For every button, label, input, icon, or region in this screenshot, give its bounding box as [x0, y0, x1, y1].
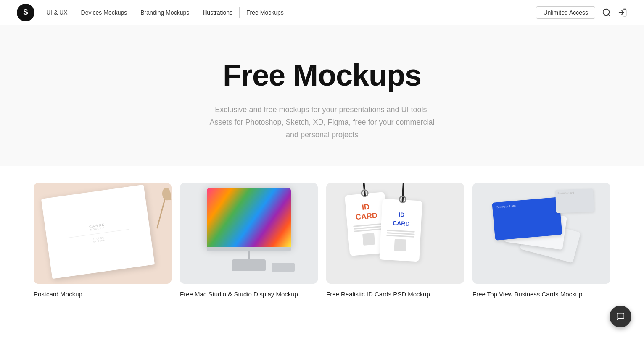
- biz-card-bg1: Business Card: [555, 189, 594, 213]
- mockup-title-mac: Free Mac Studio & Studio Display Mockup: [180, 290, 318, 298]
- login-button[interactable]: [618, 8, 627, 17]
- mockup-image-postcard: CARDS MOCK·UP CARDS MOCKUP: [34, 183, 172, 284]
- mockup-title-idcards: Free Realistic ID Cards PSD Mockup: [326, 290, 464, 298]
- svg-point-5: [621, 316, 622, 316]
- biz-card-blue: Business Card: [492, 197, 562, 241]
- mockup-image-bizcards: Business Card Business Card Business Car…: [472, 183, 610, 284]
- mockup-card-postcard[interactable]: CARDS MOCK·UP CARDS MOCKUP Postcard Mock…: [29, 183, 176, 298]
- navbar: S UI & UX Devices Mockups Branding Mocku…: [0, 0, 644, 25]
- nav-item-devices-mockups[interactable]: Devices Mockups: [81, 9, 127, 16]
- monitor-chin: [207, 247, 291, 251]
- id-lines-left: [353, 223, 382, 232]
- id-lines-right: [386, 230, 414, 237]
- id-text-card-left: CARD: [355, 211, 378, 222]
- postcard-inner: CARDS MOCK·UP CARDS MOCKUP: [41, 185, 155, 279]
- postcard-stem: [156, 188, 169, 229]
- mockup-card-business-cards[interactable]: Business Card Business Card Business Car…: [468, 183, 615, 298]
- nav-right: Unlimited Access: [536, 6, 627, 19]
- mockup-image-idcards: ID CARD ID CARD: [326, 183, 464, 284]
- nav-item-free-mockups[interactable]: Free Mockups: [246, 9, 284, 16]
- mockup-title-postcard: Postcard Mockup: [34, 290, 172, 298]
- monitor-base: [232, 259, 266, 271]
- search-button[interactable]: [602, 8, 611, 17]
- monitor-neck: [248, 251, 250, 259]
- id-text-card-right: CARD: [393, 220, 410, 228]
- monitor-stand: [207, 188, 291, 271]
- hero-section: Free Mockups Exclusive and free mockups …: [0, 25, 644, 166]
- id-ring-left: [360, 189, 369, 198]
- nav-divider: [239, 7, 240, 18]
- svg-line-1: [608, 14, 610, 16]
- id-card-right: ID CARD: [379, 199, 422, 262]
- mockup-card-mac-studio[interactable]: Free Mac Studio & Studio Display Mockup: [176, 183, 322, 298]
- nav-links: UI & UX Devices Mockups Branding Mockups…: [46, 9, 232, 16]
- chat-button[interactable]: [610, 306, 631, 327]
- nav-item-branding-mockups[interactable]: Branding Mockups: [140, 9, 189, 16]
- nav-item-ui-ux[interactable]: UI & UX: [46, 9, 68, 16]
- mockup-title-bizcards: Free Top View Business Cards Mockup: [472, 290, 610, 298]
- nav-item-illustrations[interactable]: Illustrations: [203, 9, 232, 16]
- id-qr-right: [394, 239, 406, 251]
- svg-point-3: [619, 316, 620, 316]
- logo[interactable]: S: [17, 4, 34, 21]
- hero-title: Free Mockups: [223, 59, 421, 92]
- svg-point-4: [620, 316, 621, 316]
- mockup-grid: CARDS MOCK·UP CARDS MOCKUP Postcard Mock…: [0, 166, 644, 298]
- id-qr-left: [362, 233, 375, 246]
- biz-card-text-blue: Business Card: [496, 204, 516, 209]
- mockup-image-mac: [180, 183, 318, 284]
- monitor-screen: [207, 188, 291, 247]
- id-text-id: ID: [362, 203, 370, 212]
- mac-mini: [272, 263, 295, 272]
- mockup-card-id-cards[interactable]: ID CARD ID CARD: [322, 183, 468, 298]
- id-text-id-right: ID: [399, 211, 405, 219]
- unlimited-access-button[interactable]: Unlimited Access: [536, 6, 595, 19]
- id-ring-right: [399, 196, 406, 204]
- hero-subtitle: Exclusive and free mockups for your pres…: [209, 104, 434, 141]
